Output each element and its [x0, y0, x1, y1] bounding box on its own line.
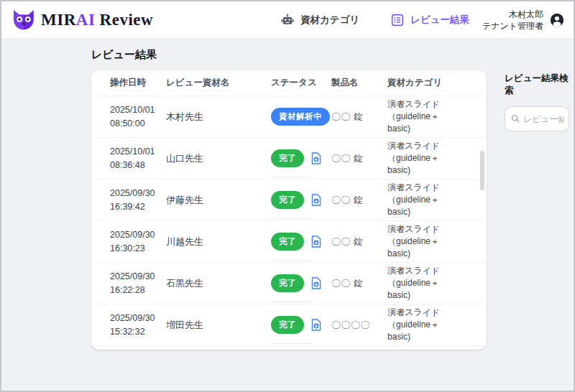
table-row: 2025/10/0108:36:48 山口先生 完了 〇〇 錠 演者スライド（g… — [91, 138, 487, 179]
cell-material-name: 木村先生 — [166, 111, 271, 123]
search-sidebar: レビュー結果検索 — [505, 70, 571, 131]
cell-datetime: 2025/09/3015:32:32 — [110, 312, 166, 339]
status-badge: 完了 — [271, 233, 304, 251]
cell-material-name: 石黒先生 — [166, 277, 271, 290]
cell-status: 完了 — [271, 191, 331, 209]
status-badge: 資材解析中 — [271, 108, 330, 126]
cell-category: 演者スライド（guideline＋basic) — [387, 98, 459, 134]
table-scrollbar-thumb[interactable] — [480, 151, 484, 190]
table-header-row: 操作日時 レビュー資材名 ステータス 製品名 資材カテゴリ — [91, 70, 487, 96]
cell-category: 演者スライド（guideline＋basic) — [387, 140, 459, 176]
nav-review-results[interactable]: レビュー結果 — [390, 1, 469, 39]
table-row: 2025/09/3016:39:42 伊藤先生 完了 〇〇 錠 演者スライド（g… — [91, 179, 487, 221]
cell-material-name: 山口先生 — [166, 152, 271, 165]
download-file-icon[interactable] — [310, 318, 322, 332]
nav-material-category-label: 資材カテゴリ — [300, 14, 359, 27]
col-header-datetime: 操作日時 — [110, 77, 166, 89]
cell-product: 〇〇 錠 — [331, 277, 387, 290]
list-icon — [390, 13, 405, 27]
cell-material-name: 川越先生 — [166, 235, 271, 248]
cell-material-name: 伊藤先生 — [166, 194, 271, 207]
brand-title: MIRAI Review — [41, 11, 153, 29]
search-label: レビュー結果検索 — [505, 73, 571, 97]
cell-status: 完了 — [271, 233, 331, 251]
cell-status: 完了 — [271, 149, 331, 167]
status-badge: 完了 — [271, 316, 304, 334]
nav-material-category[interactable]: 資材カテゴリ — [280, 1, 359, 39]
col-header-status: ステータス — [271, 77, 331, 89]
col-header-category: 資材カテゴリ — [387, 77, 477, 89]
cell-category: 演者スライド（guideline＋basic) — [387, 307, 459, 342]
cell-product: 〇〇 錠 — [331, 194, 387, 207]
robot-icon — [280, 13, 295, 27]
search-icon — [510, 113, 520, 123]
cell-status: 資材解析中 — [271, 108, 331, 126]
cell-product: 〇〇 錠 — [331, 111, 387, 123]
user-role: テナント管理者 — [482, 20, 543, 32]
cell-product: 〇〇 錠 — [331, 235, 387, 248]
col-header-material-name: レビュー資材名 — [166, 77, 271, 89]
table-row: 2025/09/3015:32:32 増田先生 完了 〇〇〇〇 演者スライド（g… — [91, 304, 487, 346]
cell-material-name: 増田先生 — [166, 319, 271, 332]
table-row: 2025/09/3016:30:23 川越先生 完了 〇〇 錠 演者スライド（g… — [91, 221, 487, 263]
user-name: 木村太郎 — [482, 9, 543, 20]
app-window: MIRAI Review 資材カテゴリ — [0, 0, 575, 392]
download-file-icon[interactable] — [310, 235, 322, 248]
brand[interactable]: MIRAI Review — [12, 8, 153, 32]
cell-category: 演者スライド（guideline＋basic) — [387, 182, 459, 218]
cell-category: 演者スライド（guideline＋basic) — [387, 265, 459, 301]
cell-datetime: 2025/10/0108:36:48 — [110, 145, 166, 172]
cell-datetime: 2025/09/3016:30:23 — [110, 228, 166, 256]
search-box — [505, 106, 571, 131]
cell-product: 〇〇 錠 — [331, 152, 387, 165]
status-badge: 完了 — [271, 191, 304, 209]
main-content: レビュー結果 操作日時 レビュー資材名 ステータス 製品名 資材カテゴリ 202… — [1, 39, 574, 350]
cell-product: 〇〇〇〇 — [331, 319, 387, 332]
status-badge: 完了 — [271, 149, 304, 167]
download-file-icon[interactable] — [310, 151, 322, 165]
cell-status: 完了 — [271, 316, 331, 334]
results-table-card: 操作日時 レビュー資材名 ステータス 製品名 資材カテゴリ 2025/10/01… — [91, 70, 487, 350]
app-header: MIRAI Review 資材カテゴリ — [1, 1, 574, 39]
user-info: 木村太郎 テナント管理者 — [482, 9, 543, 32]
cell-status: 完了 — [271, 274, 331, 292]
user-block[interactable]: 木村太郎 テナント管理者 — [482, 1, 565, 39]
col-header-product: 製品名 — [331, 77, 387, 89]
table-row: 2025/10/0108:50:00 木村先生 資材解析中 〇〇 錠 演者スライ… — [91, 96, 487, 138]
download-file-icon[interactable] — [310, 276, 322, 290]
account-circle-icon[interactable] — [549, 12, 565, 28]
cell-category: 演者スライド（guideline＋basic) — [387, 223, 459, 259]
status-badge: 完了 — [271, 274, 304, 292]
cell-datetime: 2025/09/3016:39:42 — [110, 187, 166, 214]
owl-logo-icon — [12, 8, 36, 32]
cell-datetime: 2025/09/3016:22:28 — [110, 270, 166, 297]
cell-datetime: 2025/10/0108:50:00 — [110, 103, 166, 131]
download-file-icon[interactable] — [310, 193, 322, 207]
page-title: レビュー結果 — [91, 48, 574, 62]
nav-review-results-label: レビュー結果 — [410, 14, 469, 27]
table-row: 2025/09/3016:22:28 石黒先生 完了 〇〇 錠 演者スライド（g… — [91, 263, 487, 304]
